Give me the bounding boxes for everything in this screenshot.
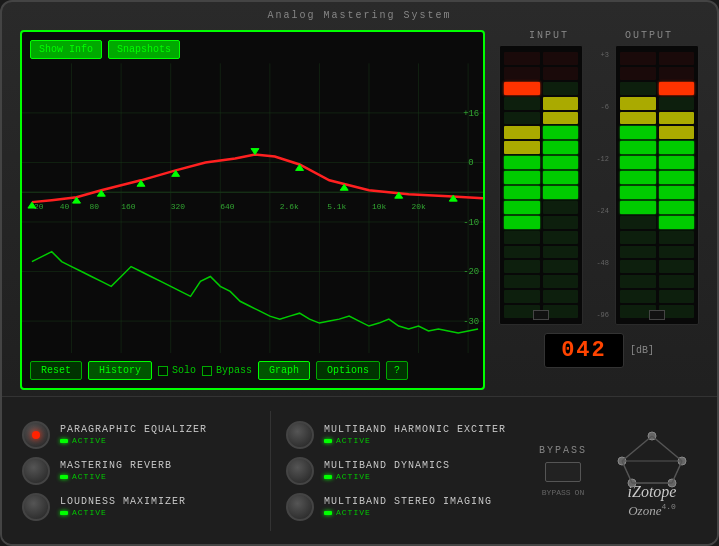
db-readout-row: 042 [dB] xyxy=(499,333,699,368)
status-text-dynamics: ACTIVE xyxy=(336,472,371,481)
seg xyxy=(543,246,579,259)
module-status-stereo: ACTIVE xyxy=(324,508,492,517)
module-status-exciter: ACTIVE xyxy=(324,436,506,445)
input-meter-icon xyxy=(533,310,549,320)
seg xyxy=(543,231,579,244)
module-btn-eq[interactable] xyxy=(22,421,50,449)
output-meter xyxy=(615,45,699,325)
input-meter xyxy=(499,45,583,325)
module-item-eq: PARAGRAPHIC EQUALIZER ACTIVE xyxy=(22,421,255,449)
scale-24: -24 xyxy=(589,207,609,215)
options-button[interactable]: Options xyxy=(316,361,380,380)
seg xyxy=(543,82,579,95)
module-btn-reverb[interactable] xyxy=(22,457,50,485)
bypass-main-label: BYPASS xyxy=(539,445,587,456)
seg xyxy=(504,260,540,273)
seg xyxy=(504,216,540,229)
svg-text:160: 160 xyxy=(121,202,136,211)
input-meter-col-left xyxy=(504,52,540,318)
module-name-eq: PARAGRAPHIC EQUALIZER xyxy=(60,424,207,435)
seg xyxy=(620,201,656,214)
seg xyxy=(659,275,695,288)
module-btn-exciter[interactable] xyxy=(286,421,314,449)
svg-line-45 xyxy=(622,436,652,461)
logo-version: 4.0 xyxy=(661,502,675,511)
seg xyxy=(504,246,540,259)
svg-text:-10: -10 xyxy=(463,218,479,228)
module-info-exciter: MULTIBAND HARMONIC EXCITER ACTIVE xyxy=(324,424,506,445)
seg xyxy=(620,67,656,80)
scale-96: -96 xyxy=(589,311,609,319)
status-led-eq xyxy=(60,439,68,443)
module-info-loudness: LOUDNESS MAXIMIZER ACTIVE xyxy=(60,496,186,517)
eq-panel: Show Info Snapshots xyxy=(20,30,485,390)
bypass-section: BYPASS BYPASS ON xyxy=(519,445,607,497)
izotope-logo: iZotope Ozone4.0 xyxy=(607,421,697,520)
seg xyxy=(620,231,656,244)
scale-3: +3 xyxy=(589,51,609,59)
eq-graph-svg: +16 0 -10 -20 -30 20 40 80 160 320 640 2… xyxy=(22,62,483,353)
bypass-switch[interactable] xyxy=(545,462,581,482)
logo-network xyxy=(607,421,697,491)
seg xyxy=(659,67,695,80)
status-led-reverb xyxy=(60,475,68,479)
module-btn-dynamics[interactable] xyxy=(286,457,314,485)
module-item-dynamics: MULTIBAND DYNAMICS ACTIVE xyxy=(286,457,519,485)
io-meters: +3 -6 -12 -24 -48 -96 xyxy=(499,45,699,325)
status-text-stereo: ACTIVE xyxy=(336,508,371,517)
module-status-dynamics: ACTIVE xyxy=(324,472,450,481)
seg xyxy=(659,52,695,65)
graph-button[interactable]: Graph xyxy=(258,361,310,380)
module-item-stereo: MULTIBAND STEREO IMAGING ACTIVE xyxy=(286,493,519,521)
status-led-stereo xyxy=(324,511,332,515)
seg xyxy=(659,260,695,273)
module-name-exciter: MULTIBAND HARMONIC EXCITER xyxy=(324,424,506,435)
show-info-button[interactable]: Show Info xyxy=(30,40,102,59)
seg xyxy=(620,186,656,199)
eq-top-buttons: Show Info Snapshots xyxy=(30,40,180,59)
seg xyxy=(504,201,540,214)
seg xyxy=(620,260,656,273)
snapshots-button[interactable]: Snapshots xyxy=(108,40,180,59)
scale-48: -48 xyxy=(589,259,609,267)
scale-12: -12 xyxy=(589,155,609,163)
svg-text:40: 40 xyxy=(60,202,70,211)
bypass-checkbox[interactable] xyxy=(202,366,212,376)
seg xyxy=(504,52,540,65)
seg xyxy=(504,97,540,110)
seg xyxy=(504,171,540,184)
seg xyxy=(543,141,579,154)
seg xyxy=(543,156,579,169)
modules-section: PARAGRAPHIC EQUALIZER ACTIVE MASTERING R… xyxy=(2,396,717,544)
module-btn-stereo[interactable] xyxy=(286,493,314,521)
seg xyxy=(659,171,695,184)
seg xyxy=(543,67,579,80)
seg xyxy=(659,112,695,125)
seg xyxy=(543,52,579,65)
svg-text:640: 640 xyxy=(220,202,235,211)
db-value: 042 xyxy=(561,338,607,363)
io-labels: INPUT OUTPUT xyxy=(499,30,699,41)
db-readout: 042 xyxy=(544,333,624,368)
seg xyxy=(620,290,656,303)
seg xyxy=(543,186,579,199)
main-container: Analog Mastering System Show Info Snapsh… xyxy=(0,0,719,546)
solo-checkbox[interactable] xyxy=(158,366,168,376)
logo-product: Ozone xyxy=(628,503,661,518)
seg xyxy=(620,141,656,154)
status-text-exciter: ACTIVE xyxy=(336,436,371,445)
seg xyxy=(620,97,656,110)
status-led-loudness xyxy=(60,511,68,515)
seg xyxy=(659,231,695,244)
seg xyxy=(543,260,579,273)
seg xyxy=(543,126,579,139)
seg xyxy=(620,52,656,65)
reset-button[interactable]: Reset xyxy=(30,361,82,380)
history-button[interactable]: History xyxy=(88,361,152,380)
module-name-loudness: LOUDNESS MAXIMIZER xyxy=(60,496,186,507)
module-name-stereo: MULTIBAND STEREO IMAGING xyxy=(324,496,492,507)
seg xyxy=(659,246,695,259)
module-btn-loudness[interactable] xyxy=(22,493,50,521)
seg xyxy=(620,126,656,139)
help-button[interactable]: ? xyxy=(386,361,408,380)
